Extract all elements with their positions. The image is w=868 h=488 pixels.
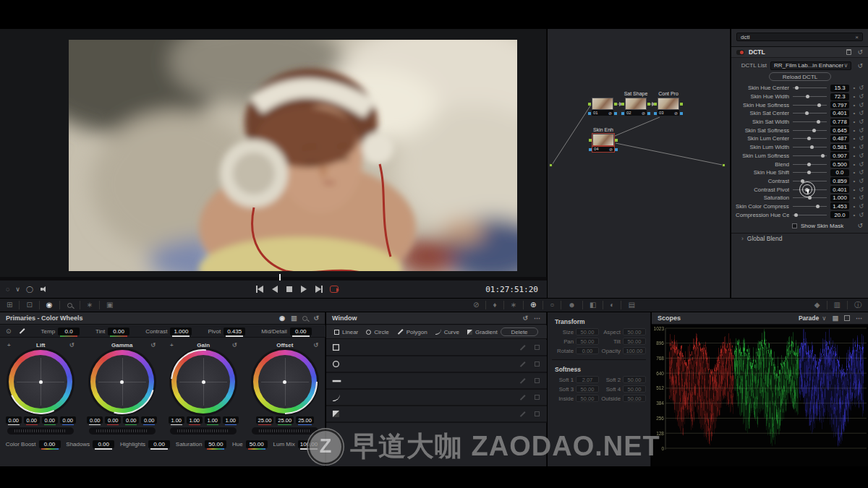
node-bypass-icon[interactable]: ⊘ (674, 111, 678, 116)
slider-value[interactable]: 1.453 (830, 202, 850, 210)
slider-track[interactable] (793, 96, 826, 97)
slider-track[interactable] (793, 138, 826, 139)
hue-control[interactable]: Hue50.00 (232, 440, 268, 448)
window-row-circle[interactable] (326, 356, 547, 373)
slider-value[interactable]: 0.778 (830, 119, 850, 126)
slider-track[interactable] (793, 147, 826, 147)
slider-value[interactable]: 0.797 (830, 101, 850, 108)
dctl-slider-skin-hue-center[interactable]: Skin Hue Center15.3•↺ (731, 84, 868, 93)
keyframe-icon[interactable]: ◆ (814, 299, 820, 312)
soft1-field[interactable]: Soft 12.07 (552, 376, 599, 383)
denoise-icon[interactable]: ♦ (493, 299, 496, 312)
gamma-b[interactable]: 0.00 (141, 416, 157, 424)
slider-track[interactable] (793, 130, 826, 131)
color-boost-control[interactable]: Color Boost0.00 (6, 440, 61, 448)
pivot-control[interactable]: Pivot0.435 (208, 328, 245, 335)
plugin-search-input[interactable]: dctl × (736, 33, 863, 41)
show-skin-mask-checkbox[interactable] (792, 223, 797, 228)
reset-icon[interactable]: ↺ (859, 161, 864, 168)
pan-field[interactable]: Pan50.00 (552, 338, 599, 345)
slider-track[interactable] (793, 105, 826, 106)
viewer-mode-chevron[interactable]: ∨ (15, 286, 20, 293)
slider-track[interactable] (793, 113, 826, 114)
reset-icon[interactable]: ↺ (859, 178, 864, 184)
crosshair-icon[interactable]: ⊕ (530, 299, 536, 312)
gradient-window-tool[interactable]: Gradient (467, 329, 498, 335)
reset-icon[interactable]: ↺ (859, 119, 864, 125)
expand-icon[interactable] (844, 315, 850, 321)
gain-g[interactable]: 1.00 (205, 416, 221, 424)
rotate-field[interactable]: Rotate0.00 (552, 347, 599, 354)
reset-icon[interactable]: ↺ (313, 342, 318, 348)
offset-r[interactable]: 25.00 (256, 416, 274, 424)
slider-value[interactable]: 1.000 (830, 194, 850, 202)
reset-icon[interactable]: ↺ (859, 212, 864, 218)
node-bypass-icon[interactable]: ⊘ (609, 147, 613, 152)
dctl-slider-skin-lum-center[interactable]: Skin Lum Center0.487•↺ (731, 134, 868, 143)
reset-icon[interactable]: ↺ (859, 203, 864, 210)
node-bypass-icon[interactable]: ⊘ (608, 111, 612, 116)
slider-handle[interactable] (805, 111, 809, 115)
reset-icon[interactable]: ↺ (859, 144, 864, 150)
slider-value[interactable]: 0.645 (830, 127, 850, 134)
slider-track[interactable] (793, 87, 826, 88)
plugin-enable-toggle[interactable] (736, 50, 744, 55)
slider-handle[interactable] (817, 120, 820, 124)
slider-handle[interactable] (795, 86, 799, 90)
ab-wipe-icon[interactable]: ◧ (590, 299, 596, 312)
saturation-control[interactable]: Saturation50.00 (176, 440, 226, 448)
slider-value[interactable]: 0.0 (830, 169, 850, 176)
keyboard-icon[interactable]: ▤ (628, 299, 634, 312)
lift-g[interactable]: 0.00 (42, 416, 58, 424)
dctl-slider-skin-lum-width[interactable]: Skin Lum Width0.581•↺ (731, 143, 868, 152)
reset-icon[interactable]: ↺ (859, 127, 864, 134)
slider-handle[interactable] (807, 137, 811, 140)
keyframe-icon[interactable]: • (853, 194, 855, 201)
dctl-slider-skin-sat-width[interactable]: Skin Sat Width0.778•↺ (731, 118, 868, 127)
clear-search-icon[interactable]: × (855, 34, 859, 40)
eyedropper-icon[interactable]: ⊘ (473, 299, 479, 312)
offset-wheel[interactable] (253, 350, 317, 414)
node-bypass-icon[interactable]: ⊘ (642, 111, 645, 116)
node-graph-panel[interactable]: 01⊘ Sat Shape 02⊘ Cont Pro 03⊘ Skin Enh … (548, 29, 731, 298)
slider-value[interactable]: 0.500 (830, 160, 850, 168)
lift-r[interactable]: 0.00 (24, 416, 40, 424)
lift-y[interactable]: 0.00 (6, 416, 22, 424)
offset-g[interactable]: 25.00 (276, 416, 294, 424)
size-field[interactable]: Size50.00 (552, 328, 599, 335)
keyframe-icon[interactable]: • (853, 93, 855, 100)
keyframe-icon[interactable]: • (853, 119, 855, 125)
dctl-slider-saturation[interactable]: Saturation1.000•↺ (731, 194, 868, 202)
video-preview[interactable] (69, 40, 517, 271)
window-row-linear[interactable] (326, 340, 547, 356)
magnifier-icon[interactable] (67, 303, 72, 308)
bypass-grades-icon[interactable]: ◯ (26, 286, 33, 293)
scopes-icon[interactable]: ▥ (834, 299, 841, 312)
keyframe-icon[interactable]: • (853, 102, 855, 108)
step-back-button[interactable] (272, 286, 278, 293)
gain-b[interactable]: 1.00 (223, 416, 239, 424)
slider-value[interactable]: 0.859 (830, 177, 850, 184)
keyframe-icon[interactable]: • (853, 127, 855, 134)
keyframe-icon[interactable]: • (853, 203, 855, 210)
contrast-control[interactable]: Contrast1.000 (145, 328, 192, 335)
more-icon[interactable]: ⋯ (856, 314, 862, 322)
dctl-slider-contrast-pivot[interactable]: Contrast Pivot0.401•↺ (731, 185, 868, 194)
stills-icon[interactable]: ▣ (106, 299, 113, 312)
sizing-icon[interactable]: ⊡ (26, 299, 32, 312)
gamma-g[interactable]: 0.00 (123, 416, 139, 424)
picker-icon[interactable] (19, 328, 24, 333)
lift-b[interactable]: 0.00 (60, 416, 76, 424)
slider-track[interactable] (793, 164, 826, 165)
slider-track[interactable] (793, 197, 826, 198)
gamma-y[interactable]: 0.00 (87, 416, 103, 424)
dctl-slider-blend[interactable]: Blend0.500•↺ (731, 160, 868, 168)
keyframe-icon[interactable]: • (853, 144, 855, 150)
info-icon[interactable]: ⓘ (854, 299, 861, 312)
aspect-field[interactable]: Aspect50.00 (599, 328, 646, 335)
slider-value[interactable]: 0.907 (830, 152, 850, 159)
slider-track[interactable] (793, 215, 826, 215)
audio-mute-icon[interactable] (41, 286, 48, 292)
window-row-curve[interactable] (326, 390, 547, 406)
wheels-mode-icon[interactable]: ◉ (279, 314, 285, 322)
